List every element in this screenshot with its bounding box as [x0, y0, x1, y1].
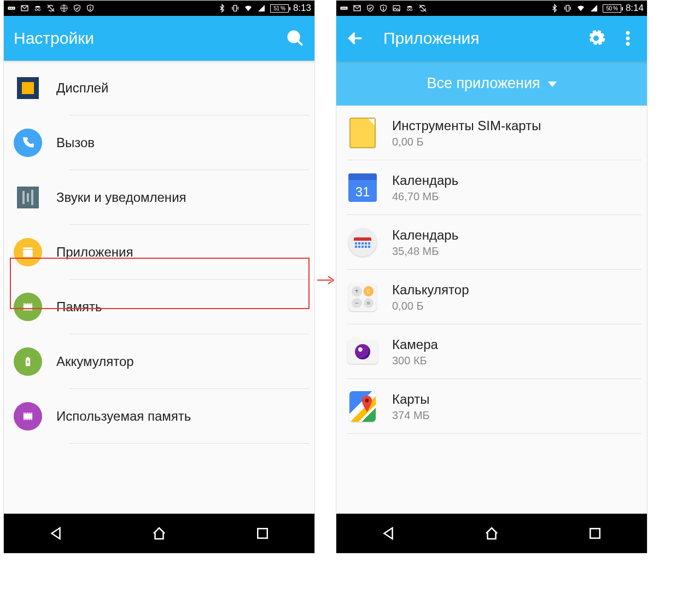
signal-icon — [257, 4, 266, 13]
status-time: 8:14 — [626, 3, 644, 14]
sync-off-icon — [46, 4, 55, 13]
svg-point-3 — [13, 8, 14, 9]
svg-point-33 — [365, 399, 369, 403]
status-more-icon — [340, 4, 348, 13]
app-size: 374 МБ — [392, 409, 430, 422]
svg-point-23 — [345, 8, 346, 9]
apps-list: Инструменты SIM-карты 0,00 Б 31 Календар… — [336, 106, 647, 514]
globe-icon — [60, 4, 68, 13]
svg-point-27 — [407, 9, 409, 11]
appbar-title: Настройки — [14, 29, 273, 48]
gear-icon[interactable] — [587, 29, 605, 48]
arrow-icon — [316, 274, 335, 287]
svg-point-28 — [410, 9, 412, 11]
nav-home[interactable] — [147, 521, 171, 545]
appbar: Приложения — [336, 16, 647, 61]
svg-point-10 — [288, 31, 299, 42]
settings-item-label: Звуки и уведомления — [56, 190, 186, 205]
shield-check-icon — [73, 4, 81, 13]
appbar-title: Приложения — [383, 29, 574, 48]
equalizer-icon — [14, 183, 42, 212]
calendar-alt-icon — [347, 227, 378, 258]
settings-item-battery[interactable]: + Аккумулятор — [4, 334, 314, 389]
phone-apps: 50 % 8:14 Приложения Все приложения — [336, 0, 648, 554]
wifi-icon — [576, 4, 585, 13]
app-size: 0,00 Б — [392, 136, 541, 148]
app-name: Камера — [392, 337, 438, 352]
svg-point-8 — [90, 9, 90, 10]
settings-item-label: Память — [56, 299, 102, 315]
nav-recent[interactable] — [583, 521, 607, 545]
calendar-icon: 31 — [347, 172, 378, 203]
chevron-down-icon — [548, 82, 557, 87]
settings-item-used-memory[interactable]: Используемая память — [4, 389, 314, 444]
back-icon[interactable] — [346, 29, 365, 48]
battery-icon: 50 % — [603, 4, 621, 13]
svg-text:+: + — [26, 359, 30, 365]
app-name: Календарь — [392, 173, 458, 188]
signal-icon — [590, 4, 598, 13]
app-item-maps[interactable]: Карты 374 МБ — [336, 379, 647, 434]
svg-rect-12 — [23, 247, 32, 249]
settings-item-memory[interactable]: Память — [4, 280, 314, 334]
svg-rect-17 — [24, 414, 32, 418]
phone-settings: 51 % 8:13 Настройки Дисплей — [3, 0, 315, 554]
image-icon — [392, 4, 401, 13]
sync-off-icon — [418, 4, 427, 13]
nav-home[interactable] — [480, 521, 504, 545]
svg-point-32 — [626, 42, 629, 45]
svg-rect-9 — [234, 5, 236, 11]
battery-text: 50 % — [606, 5, 618, 11]
settings-item-label: Приложения — [56, 245, 133, 260]
settings-item-call[interactable]: Вызов — [4, 115, 314, 170]
settings-item-display[interactable]: Дисплей — [4, 61, 314, 115]
app-item-calendar-google[interactable]: 31 Календарь 46,70 МБ — [336, 160, 647, 215]
nav-back[interactable] — [376, 521, 400, 545]
svg-rect-15 — [27, 357, 28, 359]
memory-used-icon — [14, 402, 42, 431]
shield-alert-icon — [379, 4, 388, 13]
svg-point-22 — [343, 8, 345, 9]
maps-icon — [347, 391, 378, 422]
battery-text: 51 % — [274, 5, 285, 11]
display-icon — [14, 74, 42, 102]
nav-bar — [4, 514, 314, 553]
svg-point-1 — [9, 8, 10, 9]
svg-point-2 — [11, 8, 12, 9]
nav-back[interactable] — [44, 521, 68, 545]
status-bar: 51 % 8:13 — [4, 1, 314, 16]
battery-icon: 51 % — [270, 4, 289, 13]
memory-icon — [14, 293, 42, 321]
status-bar: 50 % 8:14 — [336, 1, 647, 16]
svg-rect-29 — [566, 5, 569, 11]
appbar: Настройки — [4, 16, 314, 61]
settings-item-sound[interactable]: Звуки и уведомления — [4, 170, 314, 225]
app-size: 46,70 МБ — [392, 190, 458, 203]
app-item-camera[interactable]: Камера 300 КБ — [336, 324, 647, 379]
settings-item-label: Дисплей — [56, 80, 108, 96]
filter-dropdown[interactable]: Все приложения — [336, 61, 647, 106]
app-name: Карты — [392, 392, 430, 407]
svg-point-31 — [626, 37, 629, 40]
app-item-calculator[interactable]: +c−= Калькулятор 0,00 Б — [336, 270, 647, 324]
vibrate-icon — [563, 4, 572, 13]
battery-icon: + — [14, 347, 42, 376]
calculator-icon: +c−= — [347, 282, 378, 312]
vibrate-icon — [231, 4, 240, 13]
svg-point-6 — [38, 9, 40, 11]
app-item-sim[interactable]: Инструменты SIM-карты 0,00 Б — [336, 106, 647, 160]
nav-recent[interactable] — [250, 521, 275, 545]
settings-item-apps[interactable]: Приложения — [4, 225, 314, 280]
status-time: 8:13 — [293, 3, 311, 14]
search-icon[interactable] — [286, 29, 305, 48]
shield-alert-icon — [86, 4, 95, 13]
svg-point-25 — [383, 9, 383, 10]
filter-label: Все приложения — [427, 75, 540, 92]
app-name: Калькулятор — [392, 282, 469, 298]
settings-item-label: Вызов — [56, 135, 95, 150]
app-item-calendar-stock[interactable]: Календарь 35,48 МБ — [336, 215, 647, 270]
gmail-icon — [20, 4, 29, 13]
more-icon[interactable] — [619, 29, 637, 48]
status-more-icon — [7, 4, 16, 13]
app-size: 300 КБ — [392, 354, 438, 367]
